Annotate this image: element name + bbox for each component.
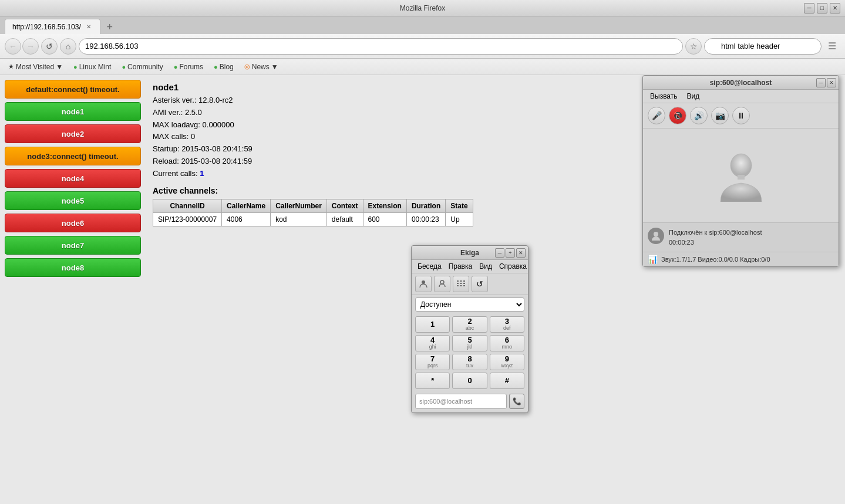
ekiga-contacts-btn[interactable] bbox=[415, 276, 432, 292]
ekiga-menu-spravka[interactable]: Справка bbox=[496, 261, 530, 272]
dialpad-row-4: * 0 # bbox=[415, 373, 524, 389]
ekiga-menu-pravka[interactable]: Правка bbox=[445, 261, 476, 272]
node-btn-node5[interactable]: node5 bbox=[5, 191, 141, 210]
dialpad-7[interactable]: 7pqrs bbox=[415, 354, 450, 370]
browser-titlebar: Mozilla Firefox ─ □ ✕ bbox=[0, 0, 845, 16]
col-state: State bbox=[446, 199, 473, 212]
sip-hangup-btn[interactable]: 📵 bbox=[669, 107, 686, 124]
search-input[interactable] bbox=[704, 38, 822, 55]
sip-speaker-btn[interactable]: 🔊 bbox=[690, 107, 708, 124]
sip-cam-btn[interactable]: 📷 bbox=[711, 107, 729, 124]
sip-menu-call[interactable]: Вызвать bbox=[645, 91, 682, 102]
bookmark-linux-mint[interactable]: ● Linux Mint bbox=[69, 62, 116, 72]
dialpad-hash[interactable]: # bbox=[490, 373, 524, 389]
ekiga-dial-button[interactable]: 📞 bbox=[509, 394, 524, 409]
dialpad-2[interactable]: 2abc bbox=[452, 316, 487, 333]
cell-state: Up bbox=[446, 212, 473, 226]
bookmark-icon-forums: ● bbox=[174, 63, 178, 70]
ekiga-history-btn[interactable] bbox=[434, 276, 450, 292]
ekiga-status: Доступен bbox=[415, 297, 524, 312]
ekiga-call-field[interactable] bbox=[415, 394, 507, 409]
sip-stats-bar: 📊 Звук:1.7/1.7 Видео:0.0/0.0 Кадры:0/0 bbox=[643, 252, 839, 266]
svg-point-1 bbox=[440, 280, 444, 284]
ekiga-dialpad-btn[interactable] bbox=[453, 276, 469, 292]
node-btn-default-timeout[interactable]: default:connect() timeout. bbox=[5, 80, 141, 99]
col-callername: CallerName bbox=[222, 199, 271, 212]
ekiga-win-controls: ─ + ✕ bbox=[495, 248, 526, 258]
ekiga-status-select[interactable]: Доступен bbox=[415, 297, 524, 312]
dialpad-0[interactable]: 0 bbox=[452, 373, 487, 389]
browser-title: Mozilla Firefox bbox=[400, 4, 445, 12]
dialpad-8[interactable]: 8tuv bbox=[452, 354, 487, 370]
new-tab-button[interactable]: + bbox=[103, 20, 117, 34]
maximize-button[interactable]: □ bbox=[817, 3, 827, 13]
channels-table-head: ChannelID CallerName CallerNumber Contex… bbox=[153, 199, 473, 212]
dialpad-3[interactable]: 3def bbox=[490, 316, 524, 333]
sip-minimize-btn[interactable]: ─ bbox=[816, 78, 826, 87]
navigation-bar: ← → ↺ ⌂ ☆ 🔍 ☰ bbox=[0, 34, 845, 59]
col-callernumber: CallerNumber bbox=[271, 199, 327, 212]
node-btn-node3-timeout[interactable]: node3:connect() timeout. bbox=[5, 147, 141, 165]
minimize-button[interactable]: ─ bbox=[804, 3, 814, 13]
bookmark-label-news: News bbox=[252, 63, 270, 71]
ekiga-menu-vid[interactable]: Вид bbox=[476, 261, 496, 272]
sip-avatar-area bbox=[643, 128, 839, 222]
tab-close-button[interactable]: ✕ bbox=[85, 23, 93, 31]
dialpad-1[interactable]: 1 bbox=[415, 316, 450, 333]
dialpad-5[interactable]: 5jkl bbox=[452, 335, 487, 351]
svg-rect-8 bbox=[457, 285, 459, 286]
svg-rect-2 bbox=[457, 280, 459, 282]
sip-win-controls: ─ ✕ bbox=[816, 78, 836, 87]
address-bar[interactable] bbox=[79, 38, 683, 55]
node-btn-node6[interactable]: node6 bbox=[5, 214, 141, 232]
dialpad-star[interactable]: * bbox=[415, 373, 450, 389]
forward-button[interactable]: → bbox=[22, 38, 39, 55]
node-btn-node7[interactable]: node7 bbox=[5, 236, 141, 255]
bookmark-star-button[interactable]: ☆ bbox=[685, 38, 702, 55]
bookmark-blog[interactable]: ● Blog bbox=[209, 62, 238, 72]
dialpad-9[interactable]: 9wxyz bbox=[490, 354, 524, 370]
sip-window: sip:600@localhost ─ ✕ Вызвать Вид 🎤 📵 🔊 … bbox=[642, 75, 839, 267]
dialpad-4[interactable]: 4ghi bbox=[415, 335, 450, 351]
window-controls: ─ □ ✕ bbox=[804, 3, 840, 13]
close-button[interactable]: ✕ bbox=[830, 3, 840, 13]
ekiga-toolbar: ↺ bbox=[412, 273, 528, 295]
bookmark-community[interactable]: ● Community bbox=[117, 62, 167, 72]
bookmarks-bar: ★ Most Visited ▼ ● Linux Mint ● Communit… bbox=[0, 59, 845, 75]
ekiga-menubar: Беседа Правка Вид Справка bbox=[412, 260, 528, 273]
dialpad-6[interactable]: 6mno bbox=[490, 335, 524, 351]
ekiga-call-input: 📞 bbox=[412, 394, 528, 412]
home-button[interactable]: ⌂ bbox=[60, 38, 76, 55]
bookmark-most-visited[interactable]: ★ Most Visited ▼ bbox=[4, 62, 68, 72]
ekiga-maximize-btn[interactable]: + bbox=[506, 248, 515, 258]
refresh-button[interactable]: ↺ bbox=[41, 38, 58, 55]
bookmark-news[interactable]: ◎ News ▼ bbox=[240, 62, 283, 72]
bookmark-forums[interactable]: ● Forums bbox=[169, 62, 208, 72]
bookmark-icon-community: ● bbox=[122, 63, 126, 70]
sip-title: sip:600@localhost bbox=[710, 79, 772, 87]
tab-active[interactable]: http://192.168.56.103/ ✕ bbox=[5, 19, 100, 34]
bookmark-arrow-most-visited: ▼ bbox=[56, 63, 63, 71]
node-btn-node1[interactable]: node1 bbox=[5, 102, 141, 121]
dialpad-row-1: 1 2abc 3def bbox=[415, 316, 524, 333]
channels-header-row: ChannelID CallerName CallerNumber Contex… bbox=[153, 199, 473, 212]
svg-rect-9 bbox=[460, 285, 462, 286]
ekiga-history2-btn[interactable]: ↺ bbox=[472, 276, 488, 292]
node-btn-node2[interactable]: node2 bbox=[5, 124, 141, 143]
svg-point-13 bbox=[654, 232, 658, 236]
sip-close-btn[interactable]: ✕ bbox=[827, 78, 836, 87]
sip-menu-view[interactable]: Вид bbox=[682, 91, 705, 102]
ekiga-menu-beseda[interactable]: Беседа bbox=[414, 261, 445, 272]
node-btn-node8[interactable]: node8 bbox=[5, 258, 141, 277]
cell-context: default bbox=[326, 212, 363, 226]
svg-rect-4 bbox=[463, 280, 465, 282]
back-button[interactable]: ← bbox=[5, 38, 21, 55]
sip-pause-btn[interactable]: ⏸ bbox=[732, 107, 750, 124]
ekiga-minimize-btn[interactable]: ─ bbox=[495, 248, 504, 258]
sip-controls: 🎤 📵 🔊 📷 ⏸ bbox=[643, 103, 839, 128]
node-btn-node4[interactable]: node4 bbox=[5, 169, 141, 188]
sip-mic-btn[interactable]: 🎤 bbox=[648, 107, 665, 124]
nav-menu-button[interactable]: ☰ bbox=[824, 38, 840, 55]
col-context: Context bbox=[326, 199, 363, 212]
ekiga-close-btn[interactable]: ✕ bbox=[516, 248, 526, 258]
